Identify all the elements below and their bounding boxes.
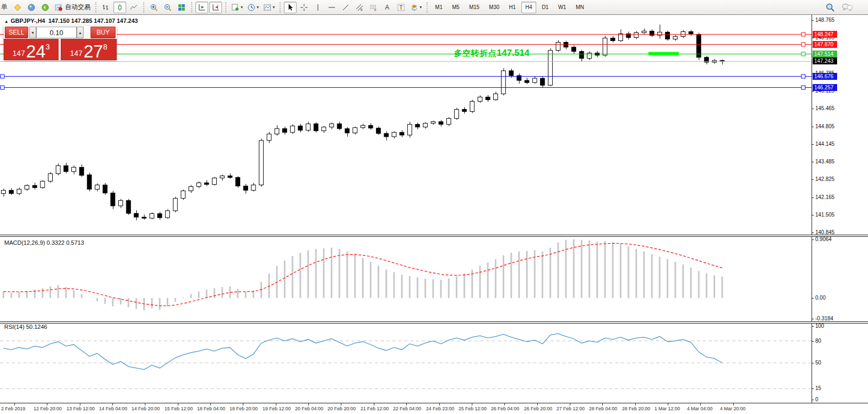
price-badge: 146.676 [813, 73, 837, 80]
candlestick-chart-button[interactable] [113, 2, 126, 13]
axis-tick-label: 144.145 [815, 141, 834, 147]
axis-tick-label: 0.00 [815, 295, 825, 301]
svg-text:F: F [374, 9, 376, 12]
autotrading-icon [54, 3, 63, 12]
timeframe-button-M1[interactable]: M1 [431, 2, 447, 13]
time-label: 12 Feb 20:00 [34, 406, 62, 411]
cursor-button[interactable] [284, 2, 297, 13]
axis-tick [812, 319, 814, 319]
axis-tick [812, 144, 814, 145]
crosshair-button[interactable] [298, 2, 310, 13]
price-badge: 148.247 [813, 31, 837, 38]
autotrading-button[interactable]: 自动交易 [53, 2, 92, 13]
timeframe-button-MN[interactable]: MN [571, 2, 588, 13]
chart-shift-button[interactable] [209, 2, 222, 13]
sell-price-prefix: 147 [13, 49, 25, 57]
rsi-pane[interactable] [0, 324, 812, 403]
pane-divider[interactable] [0, 321, 868, 324]
periods-button[interactable]: ▾ [245, 2, 260, 13]
pane-divider[interactable] [0, 235, 868, 237]
axis-tick-label: 100 [815, 323, 824, 329]
horizontal-line-button[interactable] [325, 2, 338, 13]
axis-tick [812, 179, 814, 180]
sell-button[interactable]: SELL [5, 27, 28, 38]
toolbar-grip [143, 2, 144, 13]
cursor-icon [286, 3, 294, 12]
market-watch-button[interactable] [11, 2, 24, 13]
time-label: 13 Feb 12:00 [67, 406, 95, 411]
time-label: 2 Feb 2019 [1, 406, 26, 411]
sell-price-block[interactable]: 147 24 3 [4, 39, 59, 60]
vertical-line-button[interactable] [312, 2, 324, 13]
volume-increase-button[interactable]: ▲ [77, 27, 84, 38]
price-badge: 147.514 [813, 51, 837, 57]
chevron-down-icon: ▾ [420, 5, 422, 10]
caret-down-icon: ▼ [31, 31, 35, 35]
axis-tick [812, 388, 814, 389]
arrows-button[interactable]: ▾ [408, 2, 423, 13]
axis-tick [812, 239, 814, 240]
clock-icon [247, 3, 256, 12]
fibonacci-button[interactable]: F [367, 2, 380, 13]
time-tick [406, 403, 407, 405]
time-tick [570, 403, 570, 405]
macd-pane[interactable] [0, 237, 812, 321]
main-chart-pane[interactable] [0, 15, 812, 235]
chart-annotation: 多空转折点147.514 [454, 48, 529, 59]
caret-up-icon: ▲ [78, 31, 82, 35]
symbol-period-label: GBPJPY-,H4 [11, 18, 45, 24]
line-chart-button[interactable] [127, 2, 140, 13]
text-button[interactable]: A [381, 2, 394, 13]
templates-button[interactable]: ▾ [261, 2, 276, 13]
zoom-out-button[interactable] [161, 2, 174, 13]
time-label: 1 Mar 12:00 [654, 406, 680, 411]
horizontal-line-objects [0, 32, 812, 89]
axis-tick-label: 141.505 [815, 212, 834, 218]
new-order-button-clipped[interactable]: 单 [1, 3, 7, 12]
axis-tick-label: 0 [815, 396, 818, 402]
new-chart-button[interactable]: ▾ [230, 2, 244, 13]
tile-windows-button[interactable] [175, 2, 188, 13]
time-tick [602, 403, 603, 405]
timeframe-button-D1[interactable]: D1 [537, 2, 553, 13]
buy-button[interactable]: BUY [91, 27, 116, 38]
time-tick [700, 403, 701, 405]
price-axis[interactable]: 148.765148.105147.445146.785146.125145.4… [812, 15, 868, 403]
collapse-triangle-icon[interactable]: ▲ [4, 19, 9, 24]
axis-tick-label: 148.765 [815, 17, 834, 23]
chat-icon[interactable] [841, 3, 853, 12]
timeframe-button-M5[interactable]: M5 [448, 2, 464, 13]
navigator-button[interactable] [25, 2, 38, 13]
time-tick [112, 403, 113, 405]
timeframe-button-W1[interactable]: W1 [554, 2, 570, 13]
zoom-in-button[interactable] [148, 2, 160, 13]
time-tick [733, 403, 734, 405]
axis-tick [812, 197, 814, 198]
time-tick [537, 403, 538, 405]
search-icon[interactable] [825, 3, 835, 12]
trendline-button[interactable] [339, 2, 352, 13]
timeframe-button-M30[interactable]: M30 [485, 2, 503, 13]
buy-price-big: 27 [84, 43, 103, 60]
bar-chart-button[interactable] [100, 2, 112, 13]
price-badge: 146.257 [813, 84, 837, 91]
timeframe-button-H1[interactable]: H1 [505, 2, 520, 13]
volume-input[interactable] [36, 27, 77, 38]
alerts-button[interactable] [39, 2, 52, 13]
timeframe-button-H4[interactable]: H4 [521, 2, 537, 13]
timeframe-button-M15[interactable]: M15 [465, 2, 484, 13]
time-axis[interactable]: 2 Feb 201912 Feb 20:0013 Feb 12:0014 Feb… [0, 403, 868, 414]
equidistant-channel-button[interactable]: E [353, 2, 366, 13]
zoom-out-icon [163, 3, 172, 12]
chevron-down-icon: ▾ [273, 5, 275, 10]
text-label-button[interactable]: T [395, 2, 407, 13]
horizontal-line-icon [327, 3, 336, 12]
auto-scroll-button[interactable] [195, 2, 208, 13]
chart-shift-icon [211, 3, 220, 12]
axis-tick [812, 215, 814, 216]
buy-price-block[interactable]: 147 27 8 [61, 39, 117, 60]
axis-tick [812, 326, 814, 327]
time-label: 18 Feb 20:00 [230, 406, 258, 411]
fibonacci-icon: F [369, 3, 378, 12]
volume-decrease-button[interactable]: ▼ [29, 27, 36, 38]
